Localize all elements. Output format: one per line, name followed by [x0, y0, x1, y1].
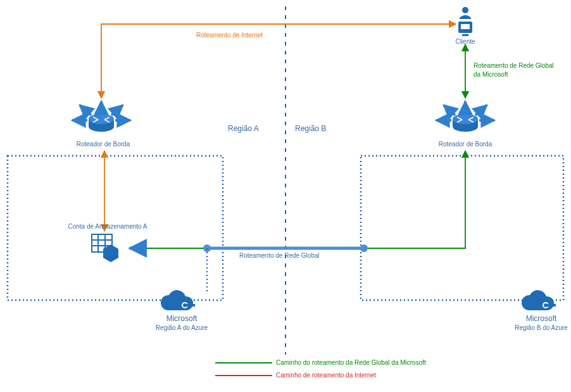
svg-point-16: [462, 7, 468, 13]
backbone-node-b: [360, 244, 368, 252]
svg-line-14: [444, 105, 455, 115]
region-a-label: Região A: [228, 124, 259, 133]
svg-line-7: [111, 105, 123, 115]
edge-router-b-icon: [436, 101, 494, 132]
path-internet-client-routerA: [101, 24, 456, 98]
cloud-b-icon: [522, 290, 556, 310]
edge-router-a-icon: [72, 101, 130, 132]
svg-line-6: [80, 105, 91, 115]
storage-a-icon: [92, 234, 118, 262]
global-routing-client-label2: da Microsoft: [474, 71, 508, 78]
global-routing-client-label: Roteamento de Rede Global: [474, 62, 554, 69]
region-b-box: [361, 156, 563, 300]
edge-router-a-label: Roteador de Borda: [75, 141, 132, 148]
svg-point-27: [183, 303, 187, 307]
svg-line-15: [475, 105, 487, 115]
microsoft-a-label: Microsoft: [160, 314, 204, 323]
microsoft-b-label: Microsoft: [519, 314, 563, 323]
diagram-root: { "labels": { "client": "Cliente", "inte…: [0, 0, 571, 392]
client-icon: [458, 7, 472, 36]
legend-green-label: Caminho do roteamento da Rede Global da …: [276, 359, 426, 366]
edge-router-b-label: Roteador de Borda: [437, 141, 494, 148]
diagram-svg: [0, 0, 571, 392]
client-label: Cliente: [449, 38, 481, 45]
storage-a-label: Conta de Armazenamento A: [63, 223, 152, 230]
cloud-a-icon: [161, 290, 195, 310]
internet-routing-label: Roteamento de Internet: [196, 32, 263, 39]
region-b-label: Região B: [295, 124, 326, 133]
path-global-routerB-backbone-right: [364, 151, 465, 248]
svg-point-2: [89, 114, 114, 124]
svg-rect-18: [461, 24, 470, 29]
svg-point-10: [453, 114, 478, 124]
svg-point-29: [544, 303, 548, 307]
svg-rect-19: [462, 34, 468, 36]
global-routing-path-label: Roteamento de Rede Global: [239, 252, 320, 259]
legend-red-label: Caminho de roteamento da Internet: [276, 372, 376, 379]
microsoft-a-sub-label: Região A do Azure: [152, 324, 211, 331]
microsoft-b-sub-label: Região B do Azure: [511, 324, 571, 331]
